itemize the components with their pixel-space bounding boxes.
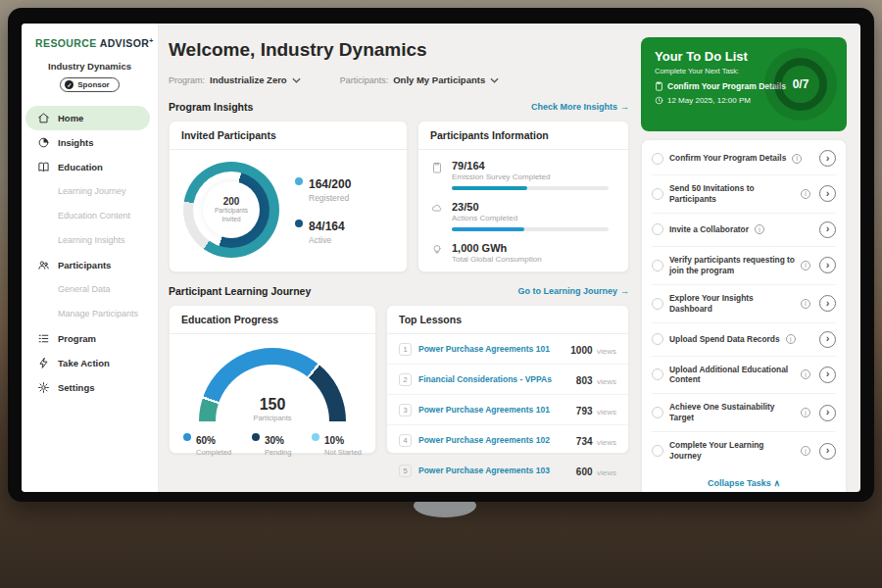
list-icon	[37, 332, 50, 345]
task-row[interactable]: Upload Additional Educational Content i …	[652, 357, 836, 395]
task-row[interactable]: Verify participants requesting to join t…	[652, 247, 836, 285]
task-radio[interactable]	[652, 260, 663, 271]
insights-icon	[37, 136, 50, 149]
legend-dot	[312, 433, 319, 441]
lesson-link[interactable]: Power Purchase Agreements 101	[418, 344, 550, 354]
legend-dot	[295, 220, 303, 227]
arrow-right-icon: →	[620, 286, 629, 296]
invited-participants-card: Invited Participants 200 Participants In…	[169, 121, 408, 272]
sidebar-item-insights[interactable]: Insights	[22, 130, 158, 155]
chevron-right-icon[interactable]: ›	[819, 443, 836, 460]
monitor-bezel: RESOURCE ADVISOR+ Industry Dynamics ✓ Sp…	[8, 8, 874, 502]
task-radio[interactable]	[652, 188, 663, 200]
arrow-right-icon: →	[620, 102, 629, 112]
sidebar-item-manage-participants[interactable]: Manage Participants	[22, 302, 158, 326]
chevron-right-icon[interactable]: ›	[819, 367, 836, 383]
learning-journey-heading: Participant Learning Journey	[169, 285, 311, 297]
task-radio[interactable]	[652, 298, 663, 310]
todo-progress-ring: 0/7	[764, 48, 837, 121]
lesson-rank: 4	[399, 434, 412, 447]
progress-fill	[452, 186, 527, 190]
sidebar: RESOURCE ADVISOR+ Industry Dynamics ✓ Sp…	[22, 24, 159, 492]
chevron-right-icon[interactable]: ›	[819, 185, 836, 202]
task-radio[interactable]	[652, 368, 663, 380]
info-icon: i	[801, 189, 810, 199]
task-row[interactable]: Invite a Collaborator i ›	[652, 214, 836, 247]
sidebar-item-program[interactable]: Program	[22, 326, 158, 351]
task-row[interactable]: Explore Your Insights Dashboard i ›	[652, 285, 836, 323]
check-more-insights-link[interactable]: Check More Insights→	[531, 102, 629, 112]
todo-tasks-card: Confirm Your Program Details i › Send 50…	[641, 139, 847, 492]
participants-filter[interactable]: Participants: Only My Participants	[340, 74, 500, 85]
legend-not-started: 10% Not Started	[312, 430, 362, 457]
sidebar-item-participants[interactable]: Participants	[22, 253, 158, 277]
card-title: Top Lessons	[387, 306, 628, 334]
sidebar-item-settings[interactable]: Settings	[22, 375, 158, 400]
legend-dot	[295, 177, 303, 185]
info-icon: i	[786, 334, 796, 344]
education-progress-card: Education Progress 150 Participants 60% …	[169, 305, 376, 454]
chevron-right-icon[interactable]: ›	[819, 405, 836, 421]
brand-secondary: ADVISOR+	[100, 37, 154, 49]
lesson-rank: 5	[399, 465, 412, 477]
legend-registered: 164/200 Registered	[295, 174, 351, 203]
legend-active: 84/164 Active	[295, 217, 351, 245]
sidebar-item-home[interactable]: Home	[25, 106, 150, 130]
progress-track	[452, 186, 609, 190]
chevron-up-icon: ∧	[773, 478, 780, 488]
legend-completed: 60% Completed	[183, 430, 231, 457]
sidebar-item-education[interactable]: Education	[22, 155, 158, 179]
task-radio[interactable]	[652, 153, 663, 165]
chevron-right-icon[interactable]: ›	[819, 150, 836, 167]
sponsor-icon: ✓	[65, 80, 74, 89]
info-icon: i	[801, 446, 810, 456]
sidebar-item-education-content[interactable]: Education Content	[22, 204, 158, 228]
progress-track	[452, 227, 609, 231]
task-radio[interactable]	[652, 407, 663, 418]
book-icon	[37, 161, 50, 173]
invited-donut-outer: 200 Participants Invited	[183, 162, 279, 258]
sidebar-nav: Home Insights Education Learning Journey…	[22, 106, 158, 400]
donut-center-label: Participants Invited	[210, 207, 253, 223]
todo-progress-value: 0/7	[793, 77, 809, 91]
lesson-row: 4 Power Purchase Agreements 102 734 view…	[387, 425, 628, 456]
sidebar-item-general-data[interactable]: General Data	[22, 277, 158, 302]
gauge-center-label: Participants	[199, 414, 346, 422]
task-row[interactable]: Send 50 Invitations to Participants i ›	[652, 175, 836, 214]
chevron-right-icon[interactable]: ›	[819, 257, 836, 273]
lesson-row: 5 Power Purchase Agreements 103 600 view…	[387, 456, 628, 485]
stat-emission-survey: 79/164 Emission Survey Completed	[430, 160, 616, 190]
clipboard-icon	[430, 160, 444, 173]
task-radio[interactable]	[652, 223, 663, 235]
task-row[interactable]: Achieve One Sustainability Target i ›	[652, 394, 836, 432]
lesson-link[interactable]: Power Purchase Agreements 101	[418, 405, 550, 415]
info-icon: i	[801, 369, 810, 379]
chevron-right-icon[interactable]: ›	[819, 295, 836, 312]
program-insights-heading: Program Insights	[169, 101, 253, 113]
lesson-link[interactable]: Power Purchase Agreements 103	[418, 466, 550, 475]
task-row[interactable]: Upload Spend Data Records i ›	[652, 323, 836, 357]
lesson-link[interactable]: Power Purchase Agreements 102	[418, 435, 550, 445]
task-row[interactable]: Complete Your Learning Journey i ›	[652, 432, 836, 469]
task-radio[interactable]	[652, 445, 663, 457]
go-to-learning-journey-link[interactable]: Go to Learning Journey→	[517, 286, 629, 296]
lesson-link[interactable]: Financial Considerations - VPPAs	[418, 374, 552, 384]
legend-pending: 30% Pending	[252, 430, 292, 457]
task-radio[interactable]	[652, 333, 663, 345]
sidebar-item-learning-journey[interactable]: Learning Journey	[22, 179, 158, 204]
sidebar-item-take-action[interactable]: Take Action	[22, 351, 158, 375]
brand-logo: RESOURCE ADVISOR+	[22, 24, 158, 49]
stat-actions-completed: 23/50 Actions Completed	[430, 201, 616, 231]
task-row[interactable]: Confirm Your Program Details i ›	[652, 142, 836, 175]
chevron-right-icon[interactable]: ›	[819, 331, 836, 348]
bulb-icon	[430, 242, 444, 256]
gauge-center-value: 150	[199, 396, 346, 414]
dashboard-screen: RESOURCE ADVISOR+ Industry Dynamics ✓ Sp…	[22, 24, 860, 492]
chevron-right-icon[interactable]: ›	[819, 221, 836, 238]
cloud-icon	[430, 201, 444, 213]
program-filter[interactable]: Program: Industrialize Zero	[169, 74, 301, 85]
sidebar-item-learning-insights[interactable]: Learning Insights	[22, 228, 158, 253]
lesson-rank: 3	[399, 404, 412, 416]
legend-dot	[183, 433, 191, 441]
collapse-tasks-link[interactable]: Collapse Tasks ∧	[652, 469, 836, 492]
